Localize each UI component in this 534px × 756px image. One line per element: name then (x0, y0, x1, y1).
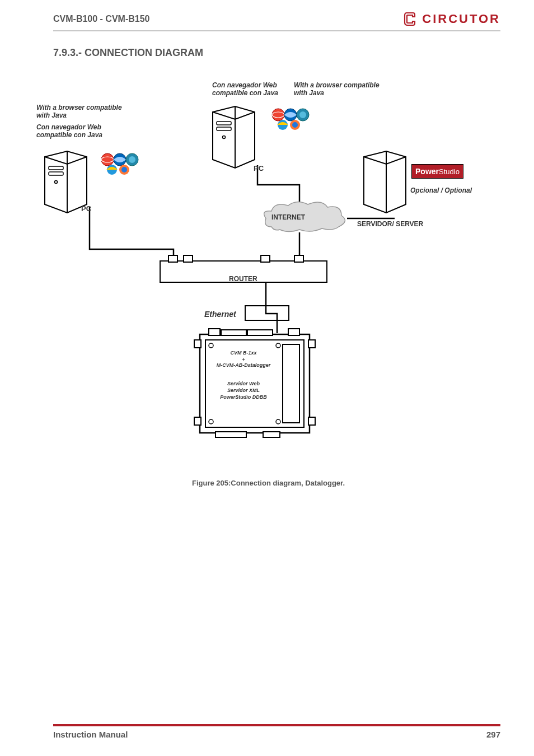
svg-rect-30 (194, 417, 201, 425)
optional-label: Opcional / Optional (410, 186, 472, 194)
footer-page-number: 297 (486, 730, 500, 739)
router-port-3 (260, 255, 270, 263)
svg-point-18 (299, 111, 306, 118)
device-line4: Servidor Web (199, 381, 288, 386)
powerstudio-badge: PowerStudio (411, 164, 463, 179)
svg-rect-31 (308, 340, 315, 348)
device-line3: M-CVM-AB-Datalogger (199, 362, 288, 368)
connection-diagram: With a browser compatible with Java Con … (36, 70, 484, 473)
server-label: SERVIDOR/ SERVER (357, 220, 423, 228)
device-line5: Servidor XML (199, 388, 288, 393)
brand-name: CIRCUTOR (422, 12, 500, 26)
browser-icons-center (271, 108, 311, 130)
ethernet-label: Ethernet (204, 310, 236, 319)
svg-rect-26 (288, 329, 299, 335)
svg-point-7 (129, 156, 135, 163)
svg-rect-29 (194, 340, 201, 348)
svg-rect-23 (209, 329, 220, 335)
brand-logo: CIRCUTOR (403, 11, 500, 27)
annotation-left-es: Con navegador Web compatible con Java (36, 123, 132, 139)
circutor-logo-icon (403, 11, 419, 27)
page-header: CVM-B100 - CVM-B150 CIRCUTOR (53, 11, 500, 31)
device-line1: CVM B-1xx (199, 350, 288, 356)
footer-left: Instruction Manual (53, 730, 128, 739)
svg-point-21 (292, 122, 298, 128)
browser-icons-left (101, 153, 140, 175)
device-line2: + (199, 357, 288, 362)
header-title: CVM-B100 - CVM-B150 (53, 14, 149, 24)
section-title: 7.9.3.- CONNECTION DIAGRAM (53, 47, 500, 59)
device-line6: PowerStudio DDBB (199, 394, 288, 400)
svg-rect-28 (263, 432, 280, 437)
annotation-top-en: With a browser compatible with Java (294, 81, 389, 97)
pc-left-label: PC (81, 204, 91, 213)
svg-rect-24 (221, 330, 246, 335)
svg-rect-25 (247, 330, 273, 335)
router-label: ROUTER (229, 275, 257, 283)
pc-center-label: PC (254, 164, 264, 172)
annotation-top-es: Con navegador Web compatible con Java (212, 81, 302, 97)
router-port-1 (168, 255, 178, 263)
svg-point-10 (121, 167, 127, 172)
svg-point-14 (272, 109, 284, 121)
pc-tower-center-icon (210, 104, 260, 171)
svg-point-3 (101, 153, 114, 166)
figure-caption: Figure 205:Connection diagram, Datalogge… (36, 479, 500, 487)
svg-rect-27 (216, 432, 246, 437)
internet-label: INTERNET (271, 213, 305, 221)
annotation-left-en: With a browser compatible with Java (36, 104, 132, 119)
svg-rect-32 (308, 417, 315, 425)
ethernet-box (245, 305, 289, 321)
router-port-2 (183, 255, 193, 263)
page-footer: Instruction Manual 297 (53, 724, 500, 739)
router-port-4 (294, 255, 304, 263)
server-tower-icon (361, 148, 411, 216)
